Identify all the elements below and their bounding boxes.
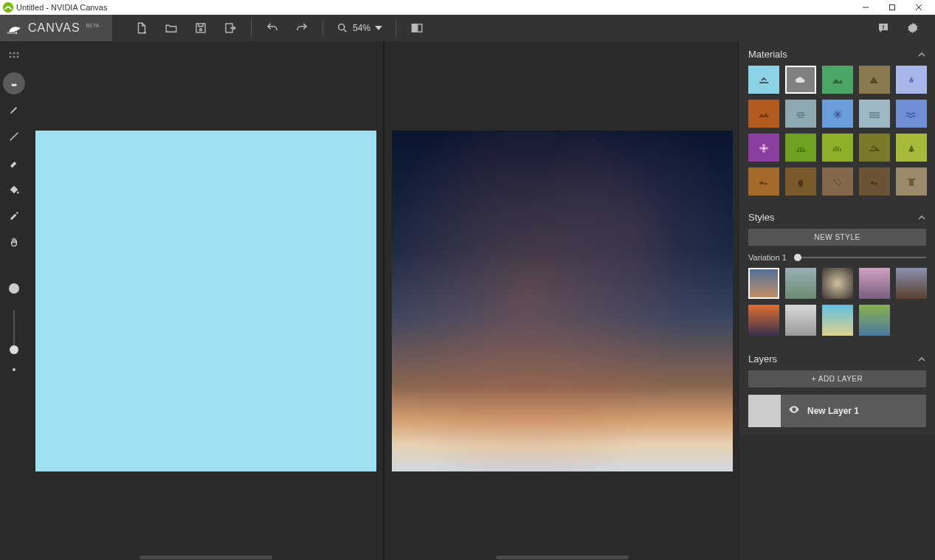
material-bush[interactable] <box>822 134 853 162</box>
svg-point-23 <box>762 147 765 150</box>
material-sky[interactable] <box>748 66 779 94</box>
svg-point-20 <box>17 56 19 58</box>
segmentation-canvas[interactable] <box>35 131 376 471</box>
canvas-area <box>28 41 739 560</box>
eyedropper-tool[interactable] <box>3 205 25 227</box>
beta-badge: BETA <box>86 23 100 28</box>
right-panel: Materials Styles NEW STYLE Variation 1 L… <box>739 41 935 560</box>
svg-point-17 <box>17 52 19 55</box>
visibility-icon[interactable] <box>788 404 800 418</box>
svg-point-24 <box>762 144 765 147</box>
fill-tool[interactable] <box>3 179 25 201</box>
material-water[interactable] <box>859 100 890 128</box>
minimize-button[interactable] <box>852 0 879 15</box>
redo-button[interactable] <box>287 15 317 41</box>
styles-header[interactable]: Styles <box>739 204 935 229</box>
materials-header[interactable]: Materials <box>739 41 935 66</box>
chevron-up-icon <box>917 213 926 222</box>
feedback-button[interactable] <box>869 15 898 41</box>
material-gravel[interactable] <box>822 167 853 196</box>
new-file-button[interactable] <box>127 15 156 41</box>
style-thumb-style-4[interactable] <box>859 268 890 299</box>
save-button[interactable] <box>186 15 215 41</box>
material-cloud[interactable] <box>785 66 816 94</box>
segmentation-panel <box>28 41 384 560</box>
styles-grid <box>739 268 935 346</box>
svg-point-27 <box>762 150 765 153</box>
grid-tool[interactable] <box>3 46 25 68</box>
layer-row[interactable]: New Layer 1 <box>748 395 926 427</box>
close-button[interactable] <box>905 0 932 15</box>
undo-button[interactable] <box>258 15 287 41</box>
svg-line-9 <box>344 30 346 32</box>
maximize-button[interactable] <box>879 0 905 15</box>
window-titlebar: Untitled - NVIDIA Canvas <box>0 0 935 15</box>
svg-point-19 <box>13 56 15 58</box>
svg-point-38 <box>874 182 877 185</box>
material-building[interactable] <box>896 167 927 196</box>
material-sea[interactable] <box>896 100 927 128</box>
svg-point-35 <box>835 183 837 184</box>
svg-rect-11 <box>418 24 422 32</box>
layers-title: Layers <box>748 353 777 364</box>
material-snow[interactable] <box>822 100 853 128</box>
svg-point-31 <box>765 183 768 185</box>
brand-block: NVIDIA CANVAS BETA <box>0 15 112 41</box>
eraser-tool[interactable] <box>3 152 25 174</box>
style-thumb-style-1[interactable] <box>748 268 779 299</box>
material-mountain[interactable] <box>859 66 890 94</box>
style-thumb-style-2[interactable] <box>785 268 816 299</box>
material-fog[interactable] <box>785 100 816 128</box>
material-tree[interactable] <box>896 134 927 162</box>
material-dirt[interactable] <box>748 100 779 128</box>
style-thumb-style-7[interactable] <box>785 305 816 336</box>
add-layer-button[interactable]: + ADD LAYER <box>748 370 926 387</box>
svg-point-6 <box>200 29 202 31</box>
export-button[interactable] <box>215 15 245 41</box>
layers-header[interactable]: Layers <box>739 346 935 370</box>
brush-size-small-icon <box>3 359 25 381</box>
style-thumb-style-9[interactable] <box>859 305 890 336</box>
variation-slider[interactable] <box>794 257 926 258</box>
svg-point-25 <box>765 147 768 150</box>
style-thumb-style-5[interactable] <box>896 268 927 299</box>
svg-text:NVIDIA: NVIDIA <box>7 31 18 35</box>
material-mud[interactable] <box>748 167 779 196</box>
material-wood[interactable] <box>785 167 816 196</box>
app-icon <box>3 2 13 13</box>
material-hill[interactable] <box>822 66 853 94</box>
svg-rect-40 <box>908 179 915 180</box>
h-scrollbar-right[interactable] <box>496 556 629 559</box>
style-thumb-style-8[interactable] <box>822 305 853 336</box>
brush-size-slider[interactable] <box>13 310 15 354</box>
svg-point-32 <box>834 180 835 182</box>
material-ground[interactable] <box>859 134 890 162</box>
canvas-wordmark: CANVAS <box>28 21 80 35</box>
layer-thumbnail <box>748 395 781 427</box>
material-water-drop[interactable] <box>896 66 927 94</box>
svg-rect-10 <box>412 24 416 32</box>
line-tool[interactable] <box>3 125 25 148</box>
svg-point-30 <box>759 182 764 184</box>
svg-point-16 <box>13 52 15 55</box>
compare-button[interactable] <box>402 15 432 41</box>
pan-tool[interactable] <box>3 232 25 254</box>
material-rock[interactable] <box>859 167 890 196</box>
open-file-button[interactable] <box>156 15 186 41</box>
material-grass[interactable] <box>785 134 816 162</box>
material-fill-tool[interactable] <box>3 72 25 94</box>
new-style-button[interactable]: NEW STYLE <box>748 229 926 246</box>
svg-point-37 <box>871 182 874 185</box>
zoom-level: 54% <box>353 23 370 33</box>
style-thumb-style-3[interactable] <box>822 268 853 299</box>
brush-size-large-icon <box>3 277 25 300</box>
h-scrollbar-left[interactable] <box>139 556 272 559</box>
brush-tool[interactable] <box>3 99 25 121</box>
materials-grid <box>739 66 935 204</box>
style-thumb-style-6[interactable] <box>748 305 779 336</box>
settings-button[interactable] <box>898 15 928 41</box>
svg-point-33 <box>838 179 839 181</box>
zoom-control[interactable]: 54% <box>329 22 390 34</box>
chevron-up-icon <box>917 355 926 364</box>
material-flower[interactable] <box>748 134 779 162</box>
